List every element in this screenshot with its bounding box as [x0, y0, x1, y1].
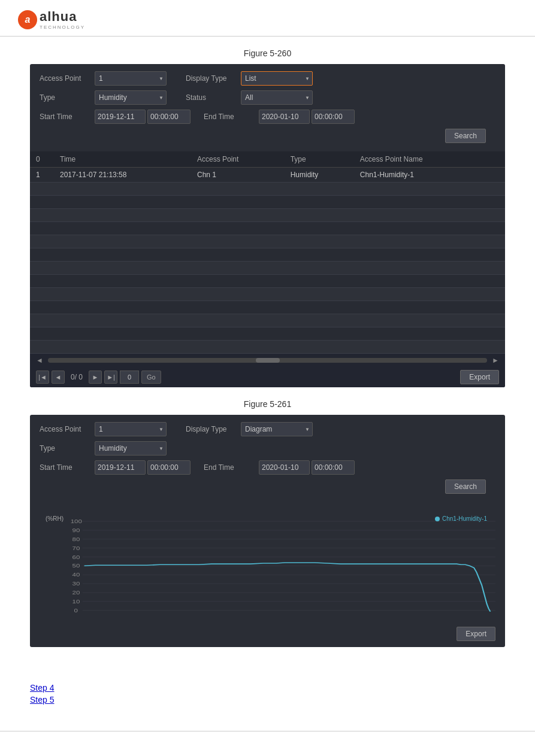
form-row-2: Type Humidity Temperature Status All Nor… — [40, 90, 495, 105]
status-label-1: Status — [186, 93, 234, 102]
step5-link[interactable]: Step 5 — [30, 695, 505, 705]
page-number-input[interactable] — [120, 371, 139, 384]
table-body-1: 1 2017-11-07 21:13:58 Chn 1 Humidity Chn… — [30, 168, 505, 354]
access-point-label-1: Access Point — [40, 74, 87, 83]
scroll-track-1[interactable] — [48, 358, 487, 363]
svg-text:90: 90 — [72, 527, 80, 533]
end-time-input-1[interactable] — [312, 110, 355, 124]
end-time-label-2: End Time — [204, 463, 252, 472]
cell-name: Chn1-Humidity-1 — [354, 168, 484, 183]
access-point-wrapper-2[interactable]: 1 — [95, 422, 167, 436]
display-type-label-1: Display Type — [186, 74, 234, 83]
page-header: a alhua TECHNOLOGY — [0, 0, 535, 37]
logo-circle: a — [18, 10, 37, 29]
type-label-2: Type — [40, 444, 87, 453]
svg-text:70: 70 — [72, 545, 80, 551]
svg-text:20: 20 — [72, 590, 80, 596]
col-access-point: Access Point — [191, 151, 285, 168]
cell-access-point: Chn 1 — [191, 168, 285, 183]
col-time: Time — [54, 151, 191, 168]
table-row — [30, 209, 505, 222]
start-time-input-2[interactable] — [147, 460, 191, 475]
chart-y-label: (%RH) — [46, 515, 64, 522]
end-time-label-1: End Time — [204, 113, 252, 121]
type-wrapper-1[interactable]: Humidity Temperature — [95, 90, 167, 105]
chart-container: (%RH) Chn1-Humidity-1 100 90 80 70 60 50… — [40, 512, 495, 614]
goto-btn[interactable]: Go — [141, 371, 161, 384]
start-datetime-2 — [95, 460, 191, 475]
figure1-caption: Figure 5-260 — [30, 48, 505, 58]
search-button-2[interactable]: Search — [445, 479, 486, 494]
type-select-1[interactable]: Humidity Temperature — [95, 90, 167, 105]
figure2-caption: Figure 5-261 — [30, 399, 505, 409]
step-links: Step 4 Step 5 — [0, 671, 535, 713]
logo-letter: a — [25, 14, 31, 25]
step4-link[interactable]: Step 4 — [30, 683, 505, 693]
svg-text:30: 30 — [72, 581, 80, 587]
last-page-btn[interactable]: ►| — [104, 371, 117, 384]
status-wrapper-1[interactable]: All Normal Alarm — [241, 90, 313, 105]
end-date-input-2[interactable] — [259, 460, 310, 475]
start-date-input-2[interactable] — [95, 460, 146, 475]
table-row — [30, 262, 505, 275]
display-type-wrapper-2[interactable]: List Diagram — [241, 422, 313, 436]
end-time-input-2[interactable] — [312, 460, 355, 475]
scroll-right-arrow[interactable]: ► — [492, 356, 499, 365]
search-row-1: Search — [40, 129, 495, 143]
legend-label: Chn1-Humidity-1 — [442, 515, 487, 522]
pagination-left-1: |◄ ◄ 0/ 0 ► ►| Go — [36, 371, 161, 384]
prev-page-btn[interactable]: ◄ — [52, 371, 65, 384]
start-date-input-1[interactable] — [95, 110, 146, 124]
scroll-left-arrow[interactable]: ◄ — [36, 356, 43, 365]
svg-text:10: 10 — [72, 599, 80, 604]
end-date-input-1[interactable] — [259, 110, 310, 124]
type-wrapper-2[interactable]: Humidity Temperature — [95, 441, 167, 456]
display-type-wrapper-1[interactable]: List Diagram — [241, 71, 313, 86]
export-button-2[interactable]: Export — [457, 627, 495, 641]
table-header-1: 0 Time Access Point Type Access Point Na… — [30, 151, 505, 168]
start-time-input-1[interactable] — [147, 110, 191, 124]
display-type-select-2[interactable]: List Diagram — [241, 422, 313, 436]
diagram-area: (%RH) Chn1-Humidity-1 100 90 80 70 60 50… — [30, 502, 505, 623]
table-row — [30, 301, 505, 314]
main-content: Figure 5-260 Access Point 1 Display Type… — [0, 37, 535, 671]
access-point-select-2[interactable]: 1 — [95, 422, 167, 436]
form-row-1: Access Point 1 Display Type List Diagram — [40, 71, 495, 86]
svg-text:100: 100 — [71, 519, 83, 524]
cell-time: 2017-11-07 21:13:58 — [54, 168, 191, 183]
next-page-btn[interactable]: ► — [89, 371, 102, 384]
chart-svg: 100 90 80 70 60 50 40 30 20 10 0 — [40, 512, 495, 614]
logo: a alhua TECHNOLOGY — [18, 9, 85, 30]
table-row — [30, 196, 505, 209]
figure2-panel: Access Point 1 Display Type List Diagram… — [30, 415, 505, 647]
access-point-select-1[interactable]: 1 — [95, 71, 167, 86]
export-row-2: Export — [30, 623, 505, 647]
table-header-row-1: 0 Time Access Point Type Access Point Na… — [30, 151, 505, 168]
display-type-select-1[interactable]: List Diagram — [241, 71, 313, 86]
status-select-1[interactable]: All Normal Alarm — [241, 90, 313, 105]
start-time-label-1: Start Time — [40, 113, 87, 121]
pagination-row-1: |◄ ◄ 0/ 0 ► ►| Go Export — [30, 367, 505, 387]
search-button-1[interactable]: Search — [445, 129, 486, 143]
logo-brand: alhua TECHNOLOGY — [40, 9, 85, 30]
scrollbar-row-1: ◄ ► — [30, 354, 505, 367]
table-row — [30, 288, 505, 301]
table-row — [30, 314, 505, 327]
logo-sub: TECHNOLOGY — [40, 25, 85, 30]
type-select-2[interactable]: Humidity Temperature — [95, 441, 167, 456]
table-row — [30, 275, 505, 288]
end-datetime-2 — [259, 460, 355, 475]
svg-text:60: 60 — [72, 554, 80, 560]
access-point-label-2: Access Point — [40, 425, 87, 433]
type-label-1: Type — [40, 93, 87, 102]
table-row — [30, 327, 505, 341]
logo-name: alhua — [40, 9, 77, 24]
first-page-btn[interactable]: |◄ — [36, 371, 49, 384]
table-row — [30, 341, 505, 354]
export-button-1[interactable]: Export — [460, 370, 499, 384]
end-datetime-1 — [259, 110, 355, 124]
display-type-label-2: Display Type — [186, 425, 234, 433]
form-row-3: Start Time End Time — [40, 110, 495, 124]
access-point-wrapper-1[interactable]: 1 — [95, 71, 167, 86]
table-row — [30, 222, 505, 235]
